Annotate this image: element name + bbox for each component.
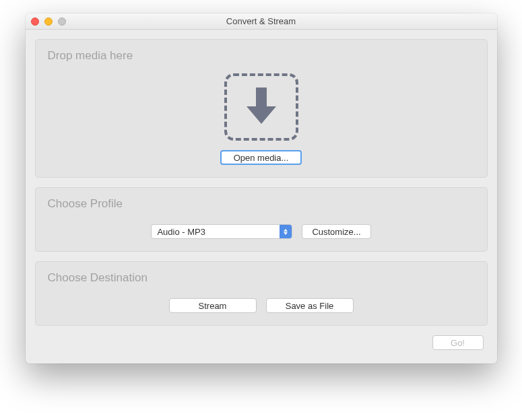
drop-target[interactable] — [224, 73, 298, 141]
profile-panel: Choose Profile Audio - MP3 Customize... — [35, 187, 488, 252]
stream-button[interactable]: Stream — [169, 298, 257, 313]
open-media-button[interactable]: Open media... — [220, 150, 302, 165]
drop-media-panel: Drop media here Open media... — [35, 39, 488, 178]
destination-row: Stream Save as File — [48, 291, 475, 316]
drop-heading: Drop media here — [48, 49, 475, 63]
download-arrow-icon — [242, 85, 280, 129]
profile-select-value: Audio - MP3 — [152, 227, 280, 237]
go-button[interactable]: Go! — [432, 335, 484, 350]
stepper-icon — [280, 225, 292, 238]
save-as-file-button[interactable]: Save as File — [266, 298, 354, 313]
profile-row: Audio - MP3 Customize... — [48, 217, 475, 242]
window-title: Convert & Stream — [26, 16, 497, 26]
customize-button[interactable]: Customize... — [302, 224, 370, 239]
dropzone[interactable]: Open media... — [48, 69, 475, 168]
profile-heading: Choose Profile — [48, 197, 475, 211]
convert-stream-window: Convert & Stream Drop media here Open me… — [26, 13, 497, 363]
destination-heading: Choose Destination — [48, 271, 475, 285]
destination-panel: Choose Destination Stream Save as File — [35, 261, 488, 326]
footer: Go! — [35, 335, 488, 354]
titlebar[interactable]: Convert & Stream — [26, 13, 497, 30]
profile-select[interactable]: Audio - MP3 — [151, 224, 292, 239]
content-area: Drop media here Open media... Choose Pro… — [26, 30, 497, 363]
